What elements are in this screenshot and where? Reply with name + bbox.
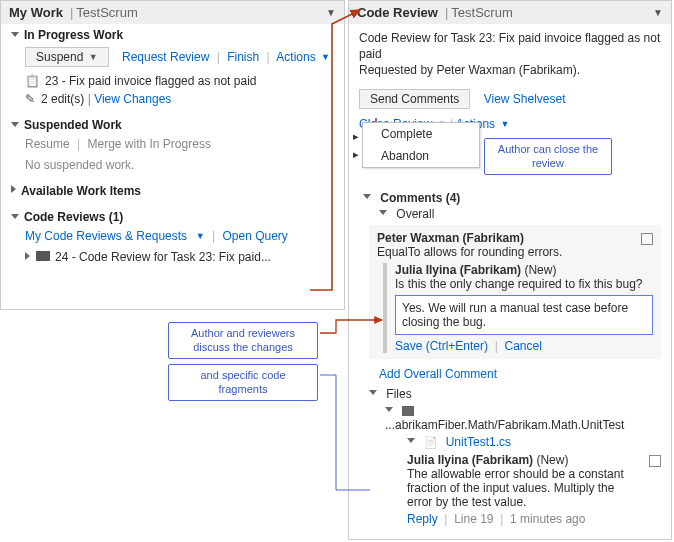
menu-complete[interactable]: Complete [363, 123, 479, 145]
menu-abandon[interactable]: Abandon [363, 145, 479, 167]
callout-discuss: Author and reviewers discuss the changes [168, 322, 318, 359]
chevron-right-icon: ▸ [353, 130, 359, 143]
callout-close: Author can close the review [484, 138, 612, 175]
annotation-arrows [0, 0, 674, 542]
close-review-menu: Complete Abandon [362, 122, 480, 168]
chevron-right-icon: ▸ [353, 148, 359, 161]
callout-fragments: and specific code fragments [168, 364, 318, 401]
